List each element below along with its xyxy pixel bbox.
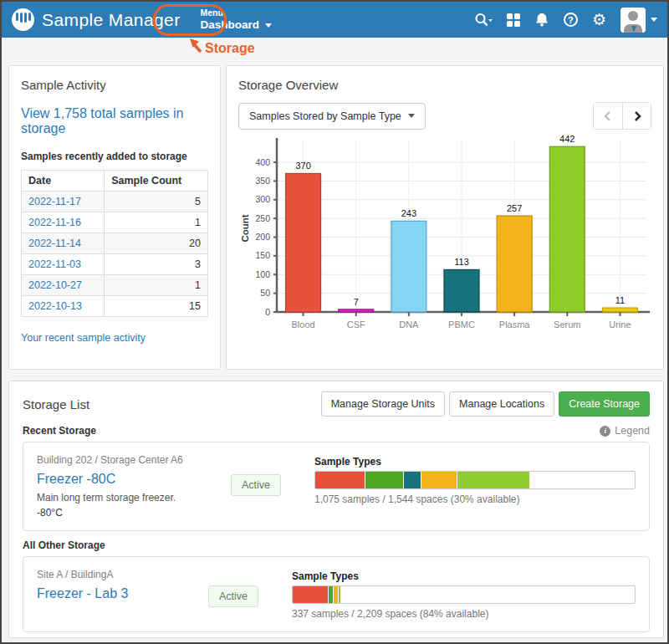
bell-icon	[534, 13, 549, 28]
sample-types-label: Sample Types	[292, 570, 636, 582]
sample-count-cell: 20	[105, 233, 208, 254]
samples-by-type-bar-chart[interactable]: 050100150200250300350400370Blood7CSF243D…	[238, 133, 651, 339]
recent-activity-link[interactable]: Your recent sample activity	[21, 332, 208, 344]
date-link[interactable]: 2022-11-03	[28, 258, 81, 270]
table-row: 2022-11-175	[22, 192, 208, 212]
svg-text:Plasma: Plasma	[499, 319, 531, 330]
search-icon	[474, 13, 493, 28]
breadcrumb[interactable]: Building 202 / Storage Center A6	[37, 454, 231, 466]
legend-toggle[interactable]: i Legend	[600, 425, 650, 437]
capacity-segment-other	[365, 472, 405, 488]
capacity-caption: 337 samples / 2,209 spaces (84% availabl…	[292, 608, 636, 620]
all-other-storage-heading: All Other Storage	[23, 539, 105, 551]
svg-text:243: 243	[401, 208, 416, 218]
manage-locations-button[interactable]: Manage Locations	[449, 391, 554, 417]
svg-text:PBMC: PBMC	[448, 319, 475, 330]
recent-samples-heading: Samples recently added to storage	[21, 151, 208, 162]
nav-menu-dropdown[interactable]: Menu Dashboard	[201, 8, 273, 33]
capacity-segment-serum	[457, 472, 530, 488]
capacity-bar[interactable]	[314, 471, 636, 489]
svg-text:DNA: DNA	[399, 319, 419, 330]
manage-storage-units-button[interactable]: Manage Storage Units	[321, 391, 445, 417]
storage-overview-panel: Storage Overview Samples Stored by Sampl…	[226, 65, 664, 370]
sample-count-cell: 3	[105, 254, 208, 275]
svg-text:Serum: Serum	[554, 319, 580, 330]
apps-menu-button[interactable]	[507, 13, 520, 27]
app-header: Sample Manager Menu Dashboard	[2, 2, 667, 38]
help-button[interactable]: ?	[564, 13, 578, 27]
total-samples-link[interactable]: View 1,758 total samples in storage	[21, 106, 208, 136]
storage-card-freezer-lab3: Site A / BuildingA Freezer - Lab 3 Activ…	[23, 556, 650, 632]
user-menu[interactable]	[620, 8, 657, 33]
capacity-segment-plasma	[421, 472, 458, 488]
table-header-row: DateSample Count	[22, 171, 208, 192]
capacity-segment-pbmc	[404, 472, 421, 488]
status-badge: Active	[231, 474, 281, 496]
prev-chart-button[interactable]	[594, 103, 622, 129]
svg-text:150: 150	[255, 250, 270, 260]
breadcrumb[interactable]: Site A / BuildingA	[37, 569, 208, 580]
svg-text:11: 11	[615, 295, 625, 305]
capacity-caption: 1,075 samples / 1,544 spaces (30% availa…	[314, 493, 636, 505]
chart-type-dropdown[interactable]: Samples Stored by Sample Type	[238, 103, 426, 130]
nav-menu-label: Menu	[201, 8, 273, 18]
settings-button[interactable]: ⚙	[592, 12, 606, 28]
storage-unit-link[interactable]: Freezer -80C	[37, 472, 115, 487]
sample-count-cell: 5	[105, 192, 208, 212]
date-link[interactable]: 2022-11-17	[28, 196, 81, 207]
storage-overview-title: Storage Overview	[238, 78, 651, 92]
svg-text:400: 400	[255, 157, 270, 167]
next-chart-button[interactable]	[622, 103, 651, 129]
capacity-bar[interactable]	[292, 585, 636, 604]
svg-text:50: 50	[260, 288, 270, 298]
table-row: 2022-11-033	[22, 254, 208, 275]
svg-text:200: 200	[255, 232, 270, 242]
svg-text:370: 370	[295, 161, 310, 171]
chevron-right-icon	[632, 110, 642, 122]
sample-types-label: Sample Types	[314, 456, 636, 468]
recent-samples-table: DateSample Count 2022-11-1752022-11-1612…	[21, 170, 208, 317]
svg-text:442: 442	[559, 134, 575, 144]
storage-list-panel: Storage List Manage Storage Units Manage…	[8, 381, 664, 638]
search-button[interactable]	[474, 13, 493, 28]
sample-count-cell: 1	[105, 212, 208, 233]
info-icon: i	[600, 426, 610, 437]
sample-count-cell: 15	[105, 296, 208, 317]
brand[interactable]: Sample Manager	[12, 8, 181, 31]
svg-text:300: 300	[255, 194, 270, 204]
storage-unit-link[interactable]: Freezer - Lab 3	[37, 586, 128, 601]
chevron-left-icon	[603, 110, 613, 122]
chevron-down-icon	[651, 18, 657, 22]
recent-storage-heading: Recent Storage	[23, 425, 96, 437]
capacity-segment-blood	[315, 472, 365, 488]
date-link[interactable]: 2022-11-16	[28, 217, 81, 228]
svg-text:257: 257	[507, 203, 522, 213]
svg-text:0: 0	[265, 307, 270, 317]
capacity-segment-serum	[339, 586, 341, 603]
svg-text:350: 350	[255, 176, 270, 186]
help-icon: ?	[564, 13, 578, 27]
notifications-button[interactable]	[534, 13, 549, 28]
annotation-storage: Storage	[187, 38, 255, 56]
svg-text:250: 250	[255, 213, 270, 223]
svg-text:Count: Count	[240, 214, 250, 242]
column-header: Sample Count	[105, 171, 208, 192]
gear-icon: ⚙	[592, 12, 606, 28]
apps-grid-icon	[507, 13, 520, 27]
app-logo-icon	[12, 8, 34, 31]
date-link[interactable]: 2022-10-13	[28, 300, 82, 312]
create-storage-button[interactable]: Create Storage	[559, 391, 650, 417]
table-row: 2022-10-1315	[22, 296, 208, 317]
chart-pager	[593, 102, 651, 130]
capacity-segment-blood	[293, 586, 329, 603]
annotation-arrow-icon	[187, 38, 204, 54]
annotation-label: Storage	[205, 41, 255, 56]
storage-list-title: Storage List	[23, 397, 89, 411]
storage-card-freezer-80c: Building 202 / Storage Center A6 Freezer…	[23, 442, 650, 531]
chevron-down-icon	[265, 23, 272, 28]
svg-text:Urine: Urine	[609, 319, 631, 330]
date-link[interactable]: 2022-10-27	[28, 279, 82, 291]
app-title: Sample Manager	[42, 10, 181, 30]
table-row: 2022-11-161	[22, 212, 208, 233]
date-link[interactable]: 2022-11-14	[28, 238, 81, 249]
